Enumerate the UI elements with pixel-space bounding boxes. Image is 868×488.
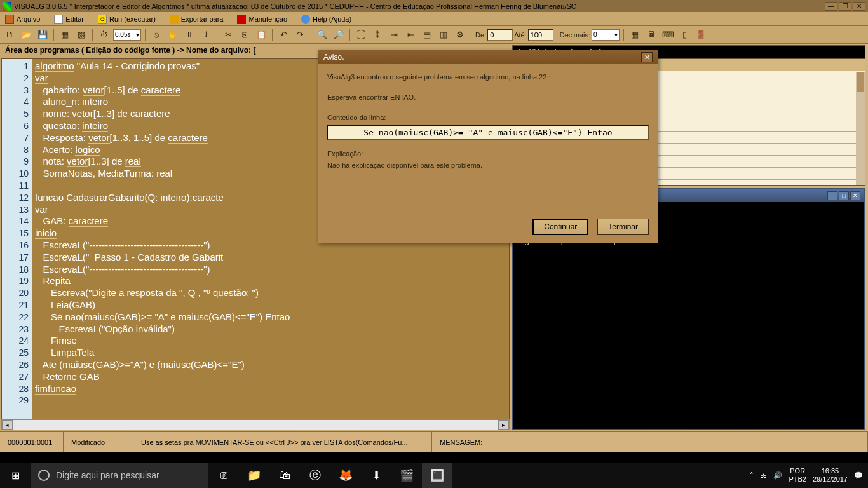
tb-cut[interactable]: ✂	[221, 28, 235, 42]
tb-ate-input[interactable]	[528, 29, 553, 41]
menu-arquivo[interactable]: Arquivo	[3, 13, 43, 25]
tb-find[interactable]: 🔍	[315, 28, 329, 42]
menu-help-label: Help (Ajuda)	[313, 15, 351, 23]
cortana-icon	[38, 470, 50, 481]
tb-extra2[interactable]: 🖩	[644, 28, 658, 42]
menu-arquivo-label: Arquivo	[17, 15, 40, 23]
scroll-right-button[interactable]: ▸	[498, 420, 509, 430]
tb-outdent[interactable]: ⇤	[403, 28, 417, 42]
tb-redo[interactable]: ↷	[293, 28, 307, 42]
status-hint: Use as setas pra MOVIMENTAR-SE ou <<Ctrl…	[133, 432, 432, 452]
tray-chevron-icon[interactable]: ˄	[750, 471, 754, 480]
tb-hand[interactable]: ✋	[166, 28, 180, 42]
taskbar-mpc[interactable]: 🎬	[391, 463, 422, 488]
tb-de-input[interactable]	[487, 29, 513, 41]
restore-button[interactable]: ❐	[839, 2, 851, 11]
dialog-label-explicacao: Explicação:	[327, 150, 649, 158]
toolbar: 🗋 📂 💾 ▦ ▧ ⏱ 0.05s▾ ⦸ ✋ ⏸ ⤓ ✂ ⎘ 📋 ↶ ↷ 🔍 🔎…	[0, 26, 868, 44]
menubar: Arquivo Editar Run (executar) Exportar p…	[0, 12, 868, 26]
tray-notifications-icon[interactable]: 💬	[854, 471, 863, 480]
tb-save[interactable]: 💾	[36, 28, 50, 42]
tb-misc3[interactable]: ▤	[420, 28, 434, 42]
tb-misc4[interactable]: ▥	[437, 28, 451, 42]
tb-extra4[interactable]: ▯	[677, 28, 691, 42]
tb-misc2[interactable]: ⁑	[370, 28, 384, 42]
terminar-button[interactable]: Terminar	[597, 219, 649, 235]
dialog-codeline: Se nao(maiusc(GAB)>= "A" e maiusc(GAB)<=…	[327, 125, 649, 140]
tray-network-icon[interactable]: 🖧	[760, 471, 767, 479]
taskbar-search[interactable]: Digite aqui para pesquisar	[31, 463, 208, 488]
tb-paste[interactable]: 📋	[254, 28, 268, 42]
tray-clock[interactable]: 16:35 29/12/2017	[813, 467, 848, 484]
tb-exit[interactable]: 🚪	[694, 28, 708, 42]
dialog-title-text: Aviso.	[323, 53, 344, 62]
menu-editar[interactable]: Editar	[51, 13, 86, 25]
tb-new[interactable]: 🗋	[3, 28, 17, 42]
continuar-button[interactable]: Continuar	[532, 219, 588, 235]
console-close[interactable]: ✕	[850, 191, 860, 200]
scroll-track[interactable]	[13, 420, 498, 430]
tb-doc2[interactable]: ▧	[74, 28, 88, 42]
tb-extra3[interactable]: ⌨	[661, 28, 675, 42]
menu-manutencao-label: Manutenção	[248, 15, 287, 23]
window-title: VISUALG 3.0.6.5 * Interpretador e Editor…	[14, 3, 825, 10]
taskbar-edge[interactable]: ⓔ	[300, 463, 330, 488]
tb-misc5[interactable]: ⚙	[453, 28, 467, 42]
menu-help[interactable]: Help (Ajuda)	[299, 13, 354, 25]
tray-volume-icon[interactable]: 🔊	[773, 471, 782, 480]
warning-dialog: Aviso. ✕ VisuAlg3 encontrou o seguinte p…	[318, 50, 658, 243]
status-cursor-pos: 0000001:0001	[0, 432, 64, 452]
console-maximize[interactable]: □	[839, 191, 849, 200]
status-message: MENSAGEM:	[432, 432, 868, 452]
window-titlebar: VISUALG 3.0.6.5 * Interpretador e Editor…	[0, 0, 868, 12]
status-bar: 0000001:0001 Modificado Use as setas pra…	[0, 431, 868, 452]
tb-doc1[interactable]: ▦	[58, 28, 72, 42]
dialog-msg-problem: VisuAlg3 encontrou o seguinte problema e…	[327, 73, 649, 81]
tb-pause[interactable]: ⏸	[182, 28, 196, 42]
console-minimize[interactable]: —	[827, 191, 837, 200]
app-icon	[3, 2, 11, 11]
export-icon	[170, 15, 179, 24]
tb-extra1[interactable]: ▦	[628, 28, 642, 42]
search-placeholder: Digite aqui para pesquisar	[56, 470, 159, 480]
tb-indent[interactable]: ⇥	[387, 28, 401, 42]
variables-scrollbar[interactable]	[856, 72, 865, 185]
tb-dec-label: Decimais:	[560, 31, 590, 39]
taskbar-utorrent[interactable]: ⬇	[361, 463, 391, 488]
taskbar-explorer[interactable]: 📁	[239, 463, 269, 488]
tb-step[interactable]: ⤓	[199, 28, 213, 42]
menu-manutencao[interactable]: Manutenção	[234, 13, 290, 25]
close-button[interactable]: ✕	[853, 2, 865, 11]
tb-dec-combo[interactable]: 0▾	[592, 29, 620, 41]
taskview-button[interactable]: ⎚	[208, 463, 239, 488]
tb-undo[interactable]: ↶	[276, 28, 290, 42]
taskbar-firefox[interactable]: 🦊	[330, 463, 361, 488]
scroll-left-button[interactable]: ◂	[2, 420, 13, 430]
tray-language[interactable]: POR PTB2	[789, 467, 806, 484]
menu-editar-label: Editar	[65, 15, 84, 23]
tb-timer-icon[interactable]: ⏱	[97, 28, 111, 42]
tb-stop[interactable]: ⦸	[149, 28, 163, 42]
menu-run[interactable]: Run (executar)	[95, 13, 158, 25]
dialog-label-conteudo: Conteúdo da linha:	[327, 114, 649, 121]
minimize-button[interactable]: —	[825, 2, 837, 11]
help-icon	[301, 15, 310, 24]
folder-icon	[5, 15, 14, 24]
dialog-close-button[interactable]: ✕	[641, 52, 653, 62]
tb-misc1[interactable]: ⁐	[354, 28, 368, 42]
tb-open[interactable]: 📂	[19, 28, 33, 42]
start-button[interactable]: ⊞	[0, 463, 31, 488]
tb-speed-combo[interactable]: 0.05s▾	[113, 29, 141, 41]
menu-exportar[interactable]: Exportar para	[167, 13, 226, 25]
dialog-titlebar[interactable]: Aviso. ✕	[318, 50, 658, 64]
menu-run-label: Run (executar)	[109, 15, 156, 23]
wrench-icon	[237, 15, 246, 24]
taskbar-store[interactable]: 🛍	[269, 463, 300, 488]
taskbar-visualg[interactable]: 🔳	[422, 463, 452, 488]
tb-copy[interactable]: ⎘	[238, 28, 252, 42]
dialog-msg-expected: Esperava encontrar ENTAO.	[327, 93, 649, 101]
status-modified: Modificado	[64, 432, 133, 452]
editor-hscrollbar[interactable]: ◂ ▸	[1, 419, 510, 430]
tb-findnext[interactable]: 🔎	[332, 28, 346, 42]
tb-de-label: De:	[475, 31, 486, 39]
